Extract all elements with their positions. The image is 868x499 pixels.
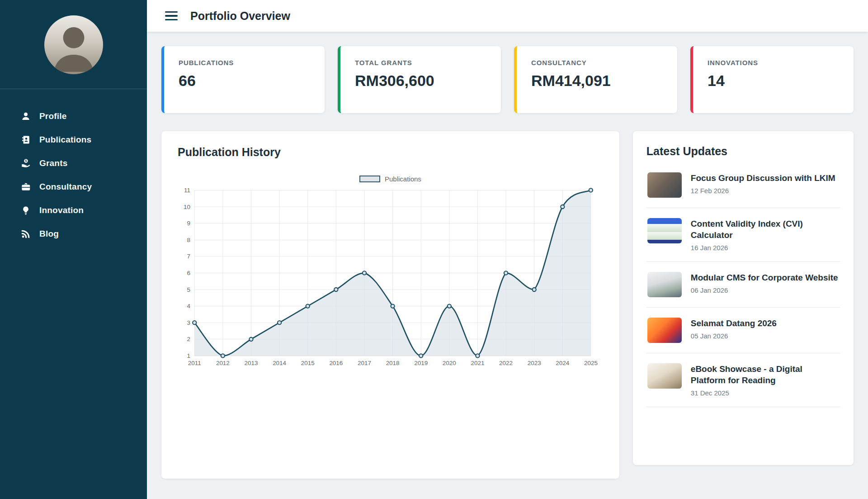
stat-value: 14 (708, 72, 839, 90)
svg-text:2: 2 (187, 336, 190, 342)
chart-title: Publication History (178, 146, 603, 159)
stat-card: CONSULTANCY RM414,091 (514, 46, 677, 113)
update-text: Focus Group Discussion with LKIM 12 Feb … (691, 172, 835, 195)
svg-text:2022: 2022 (499, 360, 513, 366)
stat-value: 66 (179, 72, 310, 90)
stats-row: PUBLICATIONS 66 TOTAL GRANTS RM306,600 C… (161, 46, 854, 113)
update-title: Selamat Datang 2026 (691, 318, 777, 329)
updates-list: Focus Group Discussion with LKIM 12 Feb … (646, 162, 840, 407)
sidebar-item[interactable]: Publications (0, 128, 147, 152)
sidebar-item-label: Profile (39, 111, 67, 121)
svg-text:2017: 2017 (358, 360, 371, 366)
legend-label: Publications (385, 175, 421, 183)
update-text: Content Validity Index (CVI) Calculator … (691, 218, 839, 252)
sidebar-item-label: Publications (39, 135, 91, 145)
svg-text:2023: 2023 (528, 360, 541, 366)
main-area: Portfolio Overview PUBLICATIONS 66 TOTAL… (147, 0, 868, 499)
sidebar-item-label: Blog (39, 229, 59, 239)
sidebar: Profile Publications Grants Consultancy … (0, 0, 147, 499)
update-thumbnail (647, 172, 682, 198)
update-text: Selamat Datang 2026 05 Jan 2026 (691, 318, 777, 340)
latest-updates-card: Latest Updates Focus Group Discussion wi… (633, 131, 854, 465)
update-date: 16 Jan 2026 (691, 244, 839, 252)
svg-text:2018: 2018 (386, 360, 400, 366)
publication-history-card: Publication History Publications 1234567… (161, 131, 619, 479)
update-title: eBook Showcase - a Digital Platform for … (691, 363, 839, 386)
sidebar-item-label: Consultancy (39, 182, 92, 192)
sidebar-item[interactable]: Innovation (0, 199, 147, 222)
svg-text:5: 5 (187, 286, 190, 293)
sidebar-nav: Profile Publications Grants Consultancy … (0, 89, 147, 246)
menu-toggle-button[interactable] (163, 10, 179, 23)
update-item[interactable]: Focus Group Discussion with LKIM 12 Feb … (646, 162, 840, 208)
svg-text:9: 9 (187, 220, 190, 227)
update-date: 31 Dec 2025 (691, 389, 839, 397)
update-thumbnail (647, 318, 682, 343)
svg-text:2024: 2024 (556, 360, 569, 366)
topbar: Portfolio Overview (147, 0, 868, 32)
stat-label: CONSULTANCY (531, 59, 663, 67)
update-item[interactable]: Content Validity Index (CVI) Calculator … (646, 208, 840, 262)
stat-value: RM414,091 (531, 72, 663, 90)
sidebar-item[interactable]: Grants (0, 152, 147, 175)
avatar-placeholder-image (44, 15, 103, 74)
lightbulb-icon (21, 205, 31, 215)
update-text: Modular CMS for Corporate Website 06 Jan… (691, 272, 838, 294)
sidebar-item[interactable]: Blog (0, 222, 147, 246)
sidebar-item[interactable]: Consultancy (0, 175, 147, 199)
sidebar-item-label: Grants (39, 158, 67, 168)
update-date: 05 Jan 2026 (691, 332, 777, 340)
updates-title: Latest Updates (646, 145, 840, 158)
svg-text:2011: 2011 (188, 360, 201, 366)
svg-text:2013: 2013 (245, 360, 258, 366)
svg-text:10: 10 (184, 204, 190, 210)
update-text: eBook Showcase - a Digital Platform for … (691, 363, 839, 397)
grant-icon (21, 158, 31, 168)
svg-text:2019: 2019 (414, 360, 428, 366)
legend-swatch (359, 176, 380, 182)
update-date: 06 Jan 2026 (691, 286, 838, 294)
svg-text:2015: 2015 (301, 360, 315, 366)
svg-text:6: 6 (187, 270, 190, 276)
stat-label: INNOVATIONS (708, 59, 839, 67)
svg-text:11: 11 (184, 187, 190, 194)
sidebar-item-label: Innovation (39, 205, 84, 215)
stat-card: PUBLICATIONS 66 (161, 46, 325, 113)
update-item[interactable]: Selamat Datang 2026 05 Jan 2026 (646, 308, 840, 353)
update-item[interactable]: eBook Showcase - a Digital Platform for … (646, 353, 840, 407)
svg-text:7: 7 (187, 253, 190, 260)
update-thumbnail (647, 363, 682, 389)
panels: Publication History Publications 1234567… (161, 131, 854, 479)
svg-text:2020: 2020 (443, 360, 456, 366)
briefcase-icon (21, 182, 31, 192)
avatar-container (0, 0, 147, 89)
update-title: Content Validity Index (CVI) Calculator (691, 218, 839, 241)
update-item[interactable]: Modular CMS for Corporate Website 06 Jan… (646, 262, 840, 308)
stat-card: TOTAL GRANTS RM306,600 (338, 46, 501, 113)
stat-value: RM306,600 (355, 72, 486, 90)
avatar[interactable] (44, 15, 103, 74)
update-thumbnail (647, 218, 682, 243)
svg-text:2025: 2025 (584, 360, 598, 366)
blog-icon (21, 229, 31, 239)
svg-text:1: 1 (187, 352, 190, 359)
chart-legend[interactable]: Publications (178, 175, 603, 183)
stat-label: TOTAL GRANTS (355, 59, 486, 67)
page-title: Portfolio Overview (190, 10, 290, 23)
update-date: 12 Feb 2026 (691, 187, 835, 195)
sidebar-item[interactable]: Profile (0, 105, 147, 128)
svg-text:2012: 2012 (216, 360, 230, 366)
content: PUBLICATIONS 66 TOTAL GRANTS RM306,600 C… (147, 32, 868, 499)
update-thumbnail (647, 272, 682, 297)
update-title: Focus Group Discussion with LKIM (691, 172, 835, 184)
book-icon (21, 135, 31, 145)
user-icon (21, 111, 31, 121)
svg-text:2021: 2021 (471, 360, 485, 366)
publication-chart: 1234567891011201120122013201420152016201… (178, 185, 603, 372)
svg-text:3: 3 (187, 319, 190, 326)
stat-card: INNOVATIONS 14 (690, 46, 854, 113)
svg-text:8: 8 (187, 237, 190, 243)
svg-text:4: 4 (187, 303, 190, 309)
update-title: Modular CMS for Corporate Website (691, 272, 838, 283)
svg-text:2016: 2016 (329, 360, 343, 366)
